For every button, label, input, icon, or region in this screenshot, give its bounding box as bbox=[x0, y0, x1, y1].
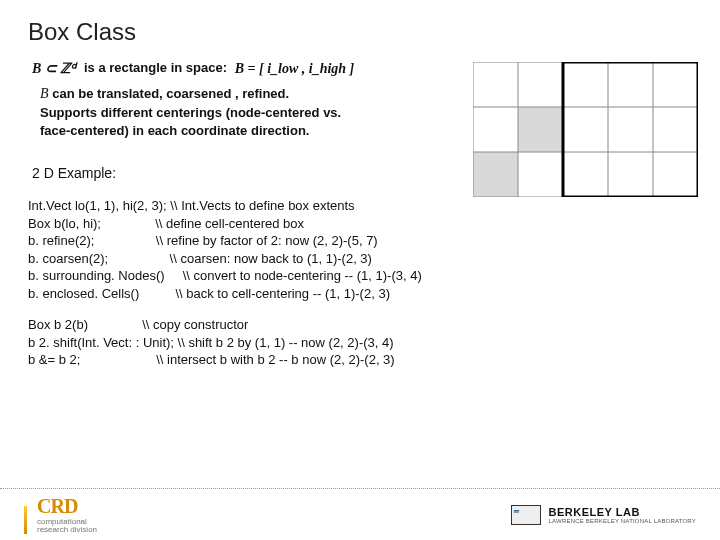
svg-rect-1 bbox=[518, 107, 563, 152]
lab-title: BERKELEY LAB bbox=[549, 506, 696, 518]
crd-logo: CRD computational research division bbox=[24, 495, 97, 534]
crd-text: CRD computational research division bbox=[37, 495, 97, 534]
code-block-2: Box b 2(b) \\ copy constructor b 2. shif… bbox=[28, 316, 692, 369]
math-domain: B ⊂ ℤᵈ bbox=[28, 60, 80, 77]
description-block: B can be translated, coarsened , refined… bbox=[40, 85, 420, 139]
lab-mark-icon bbox=[511, 505, 541, 525]
desc-line1: can be translated, coarsened , refined. bbox=[49, 86, 290, 101]
lab-text: BERKELEY LAB LAWRENCE BERKELEY NATIONAL … bbox=[549, 506, 696, 524]
math-B: B bbox=[40, 86, 49, 101]
grid-diagram bbox=[473, 62, 698, 197]
berkeley-lab-logo: BERKELEY LAB LAWRENCE BERKELEY NATIONAL … bbox=[511, 505, 696, 525]
svg-rect-12 bbox=[563, 62, 698, 197]
math-box-def: B = [ i_low , i_high ] bbox=[231, 61, 359, 77]
crd-bar-icon bbox=[24, 506, 27, 534]
code-block-1: Int.Vect lo(1, 1), hi(2, 3); \\ Int.Vect… bbox=[28, 197, 692, 302]
slide-title: Box Class bbox=[28, 18, 692, 46]
crd-mark: CRD bbox=[37, 495, 97, 518]
svg-rect-0 bbox=[473, 152, 518, 197]
desc-line2: Supports different centerings (node-cent… bbox=[40, 105, 341, 120]
intro-text: is a rectangle in space: bbox=[84, 60, 227, 75]
lab-sub: LAWRENCE BERKELEY NATIONAL LABORATORY bbox=[549, 518, 696, 524]
title-text: Box Class bbox=[28, 18, 136, 45]
desc-line3: face-centered) in each coordinate direct… bbox=[40, 123, 309, 138]
slide: Box Class B ⊂ ℤᵈ is a rectangle in space… bbox=[0, 0, 720, 540]
footer: CRD computational research division BERK… bbox=[0, 488, 720, 540]
crd-sub2: research division bbox=[37, 526, 97, 534]
